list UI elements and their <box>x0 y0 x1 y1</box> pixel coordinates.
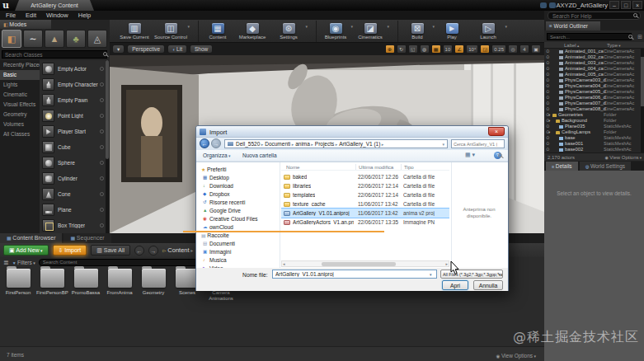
outliner-view-options[interactable]: View Options <box>604 155 642 160</box>
view-options-button[interactable]: View Options <box>496 353 536 359</box>
visibility-eye-icon[interactable]: ⊙ <box>546 101 550 106</box>
mode-category-tab[interactable]: Geometry <box>0 110 40 120</box>
visibility-eye-icon[interactable]: ⊙ <box>546 135 550 141</box>
toolbar-button[interactable]: Play <box>434 21 470 42</box>
world-space-icon[interactable]: ◍ <box>420 45 430 54</box>
drag-handle-icon[interactable] <box>100 67 104 71</box>
toolbar-button[interactable]: Cinematics <box>352 21 388 42</box>
visibility-eye-icon[interactable]: ⊙ <box>546 83 550 89</box>
camera-speed-value[interactable]: 4 <box>519 45 529 54</box>
visibility-eye-icon[interactable]: ⊙ <box>546 106 550 112</box>
drag-handle-icon[interactable] <box>100 161 104 165</box>
scale-snap-icon[interactable]: ◲ <box>480 45 490 54</box>
mode-category-tab[interactable]: Volumes <box>0 120 40 129</box>
sidebar-place-item[interactable]: Download <box>196 181 279 190</box>
drag-handle-icon[interactable] <box>100 176 104 180</box>
outliner-row[interactable]: ⊙ Animated_003_ca CineCameraAc <box>544 60 641 66</box>
menu-item[interactable]: Window <box>46 12 68 19</box>
drag-handle-icon[interactable] <box>100 145 104 149</box>
filters-button[interactable]: Filters <box>12 260 35 265</box>
sidebar-place-item[interactable]: Creative Cloud Files <box>196 214 279 223</box>
back-button[interactable]: ← <box>134 246 144 256</box>
rotation-snap-value[interactable]: 10° <box>466 45 478 54</box>
outliner-filter-icon[interactable]: ⊞ <box>637 34 642 40</box>
breadcrumb-segment[interactable]: ArtGallery_V1 (1) <box>338 141 384 147</box>
sidebar-place-item[interactable]: Risorse recenti <box>196 198 279 206</box>
sidebar-library-item[interactable]: Documenti <box>196 239 279 247</box>
modes-tab[interactable]: Modes <box>0 20 51 29</box>
nav-back-button[interactable]: ← <box>200 138 209 148</box>
sources-panel-icon[interactable]: ≣ <box>3 259 9 266</box>
dialog-close-button[interactable]: × <box>488 127 505 136</box>
file-row[interactable]: ArtGalleryActors_V1.an.png 22/06/2017 13… <box>281 218 449 227</box>
organize-menu[interactable]: Organizza <box>203 152 231 158</box>
viewport-options-button[interactable]: ▾ <box>112 45 125 54</box>
visibility-eye-icon[interactable]: ⊙ <box>546 66 550 72</box>
visibility-eye-icon[interactable]: ⊙ <box>546 141 550 147</box>
breadcrumb-segment[interactable]: Documenti <box>264 141 294 147</box>
close-button[interactable]: × <box>632 1 642 9</box>
sidebar-place-item[interactable]: Desktop <box>196 173 279 181</box>
placeable-item[interactable]: Player Start <box>40 124 106 139</box>
outliner-row[interactable]: ⊙ PhysCamera007_d CineCameraAc <box>544 101 641 106</box>
maximize-viewport-icon[interactable]: ▣ <box>531 45 541 54</box>
placeable-item[interactable]: Plane <box>40 202 106 218</box>
content-folder[interactable]: Geometry <box>138 269 169 296</box>
filename-input[interactable] <box>272 270 437 279</box>
toolbar-button[interactable]: Build <box>397 21 434 42</box>
landscape-mode-icon[interactable] <box>45 30 64 48</box>
people-icon[interactable] <box>549 2 556 8</box>
file-row[interactable]: ArtGallery_V1.01.aniproj 11/06/2017 13:4… <box>281 209 449 218</box>
mode-category-tab[interactable]: All Classes <box>0 129 40 139</box>
scale-tool-icon[interactable]: ◱ <box>408 45 418 54</box>
placeable-item[interactable]: Cone <box>40 186 106 202</box>
placeable-item[interactable]: Empty Character <box>40 77 106 92</box>
favorites-header[interactable]: Preferiti <box>196 165 279 173</box>
views-selector-icon[interactable]: ▦ ▾ <box>465 152 475 158</box>
projection-button[interactable]: Perspective <box>127 45 165 54</box>
outliner-row[interactable]: ⊙ Plane035 StaticMeshAc <box>544 124 641 129</box>
outliner-row[interactable]: ⊙ PhysCamera006_d CineCameraAc <box>544 95 641 101</box>
content-folder[interactable]: PromoBassa <box>70 269 101 296</box>
minimize-button[interactable]: – <box>609 1 619 9</box>
sidebar-library-item[interactable]: Musica <box>196 256 279 264</box>
breadcrumb-segment[interactable]: anima <box>294 141 314 147</box>
dialog-search-input[interactable] <box>451 139 505 148</box>
toolbar-button[interactable]: Save Current <box>116 21 153 42</box>
chat-icon[interactable] <box>540 2 547 8</box>
tab-sequencer[interactable]: Sequencer <box>63 233 110 243</box>
sidebar-library-item[interactable]: Immagini <box>196 247 279 256</box>
content-folder[interactable]: FirstPersonBP <box>36 269 68 296</box>
search-classes-input[interactable] <box>2 50 107 59</box>
file-row[interactable]: texture_cache 11/06/2017 13:42 Cartella … <box>281 199 449 209</box>
menu-item[interactable]: Edit <box>26 12 36 19</box>
visibility-eye-icon[interactable]: ⊙ <box>546 95 550 101</box>
world-outliner-tab[interactable]: World Outliner <box>546 21 600 30</box>
outliner-row[interactable]: ⊙ Animated_001_ca CineCameraAc <box>544 49 641 54</box>
visibility-eye-icon[interactable]: ⊙ <box>546 147 550 152</box>
menu-item[interactable]: File <box>6 12 16 19</box>
outliner-row[interactable]: ⊙ base StaticMeshAc <box>544 135 641 141</box>
breadcrumb-segment[interactable]: Projects <box>314 141 338 147</box>
show-button[interactable]: Show <box>190 45 213 54</box>
translate-tool-icon[interactable]: ⊕ <box>385 45 395 54</box>
mode-category-tab[interactable]: Visual Effects <box>0 100 40 110</box>
placeable-item[interactable]: Cylinder <box>40 171 106 186</box>
outliner-scrollbar[interactable] <box>641 49 644 152</box>
dialog-title-bar[interactable]: Import × <box>196 126 508 138</box>
tab-world-settings[interactable]: World Settings <box>580 162 631 171</box>
drag-handle-icon[interactable] <box>100 223 104 227</box>
rotation-snap-icon[interactable]: ∠ <box>454 45 464 54</box>
file-row[interactable]: baked 22/06/2017 12:26 Cartella di file <box>281 172 449 181</box>
visibility-eye-icon[interactable]: ⊙ <box>546 77 550 83</box>
outliner-row[interactable]: ⊙ PhysCamera004_d CineCameraAc <box>544 83 641 89</box>
toolbar-button[interactable]: Settings <box>270 21 307 42</box>
drag-handle-icon[interactable] <box>100 208 104 212</box>
visibility-eye-icon[interactable]: ⊙ <box>546 129 550 135</box>
visibility-eye-icon[interactable]: ⊙ <box>546 112 550 118</box>
paint-mode-icon[interactable] <box>23 30 43 48</box>
project-tab[interactable]: ArtGallery Content <box>15 0 94 11</box>
forward-button[interactable]: → <box>148 246 158 256</box>
placeable-item[interactable]: Point Light <box>40 108 106 124</box>
toolbar-button[interactable]: Blueprints <box>316 21 352 42</box>
